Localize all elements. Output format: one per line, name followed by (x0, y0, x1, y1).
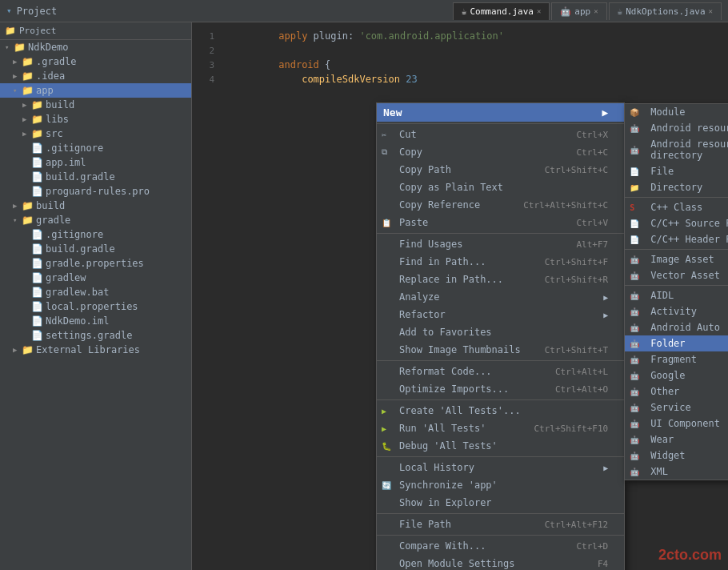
menu-item-refactor[interactable]: Refactor ▶ (377, 306, 624, 323)
submenu-widget[interactable]: 🤖 Widget ▶ (625, 448, 728, 464)
tree-app-iml[interactable]: 📄 app.iml (0, 155, 191, 170)
menu-item-copyref[interactable]: Copy Reference Ctrl+Alt+Shift+C (377, 196, 624, 214)
menu-item-analyze[interactable]: Analyze ▶ (377, 288, 624, 306)
menu-item-copy[interactable]: ⧉ Copy Ctrl+C (377, 143, 624, 161)
menu-item-findinpath[interactable]: Find in Path... Ctrl+Shift+F (377, 253, 624, 271)
menu-label: Copy as Plain Text (399, 182, 503, 193)
submenu-android-res-dir[interactable]: 🤖 Android resource directory (625, 136, 728, 163)
submenu-folder[interactable]: 🤖 Folder ▶ 📁 AIDL Folder 📁 Assets Folder (625, 335, 728, 351)
tree-build[interactable]: ▶ 📁 build (0, 98, 191, 112)
menu-item-createtests[interactable]: ▶ Create 'All Tests'... (377, 402, 624, 419)
menu-item-showimages[interactable]: Show Image Thumbnails Ctrl+Shift+T (377, 341, 624, 359)
folder-icon: 📁 (31, 99, 43, 110)
tab-ndkoptions[interactable]: ☕ NdkOptions.java ✕ (609, 2, 722, 20)
menu-item-replaceinpath[interactable]: Replace in Path... Ctrl+Shift+R (377, 271, 624, 288)
menu-item-localhistory[interactable]: Local History ▶ (377, 459, 624, 476)
submenu-image-asset[interactable]: 🤖 Image Asset (625, 251, 728, 267)
submenu-android-auto[interactable]: 🤖 Android Auto ▶ (625, 319, 728, 335)
tree-ndkdemo-root[interactable]: ▾ 📁 NdkDemo (0, 40, 191, 54)
submenu-fragment[interactable]: 🤖 Fragment ▶ (625, 351, 728, 367)
tree-external-lib[interactable]: ▶ 📁 External Libraries (0, 343, 191, 357)
tree-build2[interactable]: ▶ 📁 build (0, 199, 191, 213)
tab-command[interactable]: ☕ Command.java ✕ (453, 2, 550, 20)
tab-close-icon[interactable]: ✕ (537, 7, 541, 15)
menu-item-addfav[interactable]: Add to Favorites (377, 323, 624, 341)
menu-item-runtests[interactable]: ▶ Run 'All Tests' Ctrl+Shift+F10 (377, 419, 624, 437)
tree-localprop[interactable]: 📄 local.properties (0, 299, 191, 314)
tree-app[interactable]: ▾ 📁 app (0, 83, 191, 98)
tree-gradlewbat[interactable]: 📄 gradlew.bat (0, 285, 191, 299)
file-icon: 📄 (31, 186, 43, 197)
menu-divider (377, 123, 624, 124)
menu-item-reformat[interactable]: Reformat Code... Ctrl+Alt+L (377, 363, 624, 380)
tab-command-icon: ☕ (462, 6, 467, 17)
submenu-aidl[interactable]: 🤖 AIDL ▶ (625, 287, 728, 303)
menu-label: Directory (650, 182, 702, 193)
tab-close-icon[interactable]: ✕ (594, 7, 598, 15)
submenu-other[interactable]: 🤖 Other ▶ (625, 383, 728, 399)
submenu-ui-component[interactable]: 🤖 UI Component ▶ (625, 415, 728, 432)
tree-gradleprop[interactable]: 📄 gradle.properties (0, 256, 191, 271)
menu-item-debugtests[interactable]: 🐛 Debug 'All Tests' (377, 437, 624, 455)
tree-gitignore[interactable]: 📄 .gitignore (0, 141, 191, 155)
submenu-google[interactable]: 🤖 Google ▶ (625, 367, 728, 383)
submenu-file[interactable]: 📄 File (625, 163, 728, 179)
menu-item-paste[interactable]: 📋 Paste Ctrl+V (377, 214, 624, 231)
tree-settingsgradle[interactable]: 📄 settings.gradle (0, 328, 191, 343)
paste-icon: 📋 (382, 219, 391, 227)
menu-item-filepath[interactable]: File Path Ctrl+Alt+F12 (377, 516, 624, 533)
arrow-icon: ▶ (22, 101, 29, 109)
menu-item-new[interactable]: New ▶ (377, 103, 624, 122)
tab-app-icon: 🤖 (560, 6, 571, 17)
submenu-wear[interactable]: 🤖 Wear ▶ (625, 432, 728, 448)
submenu-cpp-source[interactable]: 📄 C/C++ Source File (625, 215, 728, 231)
tab-app[interactable]: 🤖 app ✕ (551, 2, 606, 20)
tree-gitignore2[interactable]: 📄 .gitignore (0, 227, 191, 242)
tab-close-icon[interactable]: ✕ (709, 7, 713, 15)
menu-label: Analyze (399, 291, 440, 303)
menu-item-copypath[interactable]: Copy Path Ctrl+Shift+C (377, 161, 624, 179)
tree-label: local.properties (46, 301, 138, 312)
menu-item-findusages[interactable]: Find Usages Alt+F7 (377, 235, 624, 253)
menu-divider (377, 399, 624, 400)
tree-gradlew[interactable]: 📄 gradlew (0, 271, 191, 285)
menu-label: Debug 'All Tests' (399, 440, 498, 452)
submenu-cpp-header[interactable]: 📄 C/C++ Header File (625, 231, 728, 247)
menu-item-copyplain[interactable]: Copy as Plain Text (377, 179, 624, 196)
tree-gradle2[interactable]: ▾ 📁 gradle (0, 213, 191, 227)
file-icon: 📄 (31, 157, 43, 168)
tree-libs[interactable]: ▶ 📁 libs (0, 112, 191, 126)
tree-buildgradle[interactable]: 📄 build.gradle (0, 170, 191, 184)
submenu-cpp-class[interactable]: S C++ Class (625, 199, 728, 215)
file-icon: 📄 (31, 229, 43, 240)
menu-item-compare[interactable]: Compare With... Ctrl+D (377, 537, 624, 555)
menu-item-showexplorer[interactable]: Show in Explorer (377, 494, 624, 512)
tree-proguard[interactable]: 📄 proguard-rules.pro (0, 184, 191, 199)
tree-src[interactable]: ▶ 📁 src (0, 126, 191, 141)
menu-item-cut[interactable]: ✂ Cut Ctrl+X (377, 126, 624, 143)
menu-label: Show in Explorer (399, 497, 492, 508)
menu-item-modulesettings[interactable]: Open Module Settings F4 (377, 555, 624, 570)
tree-label: build.gradle (46, 243, 115, 255)
menu-item-optimizeimports[interactable]: Optimize Imports... Ctrl+Alt+O (377, 380, 624, 398)
tree-ndkdemo-iml[interactable]: 📄 NdkDemo.iml (0, 314, 191, 328)
widget-icon: 🤖 (630, 452, 639, 460)
menu-item-syncapp[interactable]: 🔄 Synchronize 'app' (377, 476, 624, 494)
tree-buildgradle2[interactable]: 📄 build.gradle (0, 242, 191, 256)
submenu-android-resource[interactable]: 🤖 Android resource file (625, 120, 728, 136)
submenu-activity[interactable]: 🤖 Activity ▶ (625, 303, 728, 319)
submenu-module[interactable]: 📦 Module (625, 104, 728, 120)
submenu-directory[interactable]: 📁 Directory (625, 179, 728, 195)
submenu-xml[interactable]: 🤖 XML ▶ (625, 464, 728, 480)
image-asset-icon: 🤖 (630, 255, 639, 264)
menu-label: XML (650, 466, 668, 477)
tree-idea[interactable]: ▶ 📁 .idea (0, 69, 191, 83)
tree-label: NdkDemo (28, 42, 69, 53)
tree-label: .gitignore (46, 229, 103, 240)
tree-label: app.iml (46, 157, 86, 168)
submenu-service[interactable]: 🤖 Service ▶ (625, 399, 728, 415)
submenu-arrow-icon: ▶ (603, 311, 608, 319)
sidebar: 📁 Project ▾ 📁 NdkDemo ▶ 📁 .gradle ▶ 📁 .i… (0, 22, 192, 570)
tree-gradle[interactable]: ▶ 📁 .gradle (0, 54, 191, 69)
submenu-vector-asset[interactable]: 🤖 Vector Asset (625, 267, 728, 283)
